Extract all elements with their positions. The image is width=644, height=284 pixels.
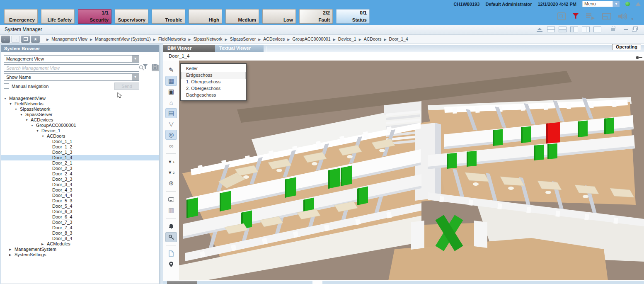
floor-menu-item[interactable]: 1. Obergeschoss	[182, 79, 245, 85]
tree-node[interactable]: Door_6_4	[1, 214, 159, 220]
target-circle-icon[interactable]: ◎	[166, 130, 177, 139]
back-button[interactable]: ←	[1, 36, 10, 43]
location-pin-icon[interactable]	[166, 260, 177, 269]
alarm-button[interactable]: 2/2 Fault	[299, 9, 333, 24]
collapse-panel-icon[interactable]	[537, 27, 543, 32]
badge-reader-icon[interactable]	[557, 12, 566, 20]
key-icon[interactable]	[166, 233, 177, 242]
home-icon[interactable]: ⌂	[166, 98, 177, 107]
filter-2-icon[interactable]: ▼2	[166, 168, 177, 177]
document-list-icon[interactable]: ▤	[166, 109, 177, 118]
forward-button[interactable]: →	[11, 36, 20, 43]
breadcrumb-item[interactable]: Management View	[51, 36, 87, 41]
tree-node[interactable]: Door_1_3	[1, 150, 159, 155]
breadcrumb-item[interactable]: SipassServer	[230, 36, 256, 41]
tree-node[interactable]: ▼ ManagementView	[1, 96, 159, 101]
tree-node[interactable]: Door_1_1	[1, 139, 159, 144]
viewer-tab[interactable]: BIM Viewer	[163, 45, 215, 52]
tree-node[interactable]: Door_7_3	[1, 220, 159, 225]
event-list-icon[interactable]	[586, 13, 596, 20]
tree-expander-icon[interactable]: ▼	[4, 96, 9, 101]
comment-bubble-icon[interactable]	[166, 195, 177, 204]
floor-menu-item[interactable]: Erdgeschoss	[182, 72, 245, 79]
tree-node[interactable]: ▼ ACDevices	[1, 117, 159, 123]
breadcrumb-item[interactable]: ACDevices	[263, 36, 285, 41]
menu-dropdown[interactable]: Menu ▼	[582, 1, 620, 7]
breadcrumb-item[interactable]: GroupACC0000001	[292, 36, 330, 41]
operating-mode-button[interactable]: Operating	[612, 44, 641, 50]
document-pdf-icon[interactable]	[166, 249, 177, 258]
tree-expander-icon[interactable]: ▼	[36, 128, 41, 134]
tree-expander-icon[interactable]: ▶	[41, 241, 47, 247]
tree-node[interactable]: Door_3_4	[1, 182, 159, 187]
filter-icon[interactable]	[142, 64, 148, 70]
chevron-down-icon[interactable]: ▼	[132, 74, 139, 80]
tree-node[interactable]: Door_2_4	[1, 171, 159, 177]
tree-node[interactable]: Door_8_3	[1, 231, 159, 236]
layout-left-icon[interactable]	[570, 27, 578, 32]
alarm-button[interactable]: Emergency	[4, 9, 38, 24]
floor-menu-item[interactable]: 2. Obergeschoss	[182, 85, 245, 92]
tree-node[interactable]: Door_4_3	[1, 187, 159, 193]
tree-node[interactable]: ▶ ACModules	[1, 241, 159, 247]
cone-view-icon[interactable]: ▽	[166, 119, 177, 129]
breadcrumb-item[interactable]: ACDoors	[364, 36, 382, 41]
filter-1-icon[interactable]: ▼1	[166, 157, 177, 166]
more-chevron-icon[interactable]: ▾	[631, 17, 633, 21]
tree-node[interactable]: ▼ SipassNetwork	[1, 107, 159, 112]
alarm-button[interactable]: High	[189, 9, 222, 24]
tree-node[interactable]: Door_7_4	[1, 225, 159, 231]
tree-expander-icon[interactable]: ▼	[20, 112, 25, 117]
pen-icon[interactable]: ✎	[166, 66, 177, 75]
alarm-button[interactable]: Trouble	[152, 9, 185, 24]
tree-node[interactable]: Door_4_4	[1, 193, 159, 198]
tree-expander-icon[interactable]: ▼	[41, 134, 47, 139]
tree-expander-icon[interactable]: ▶	[9, 252, 15, 257]
tree-node[interactable]: ▼ GroupACC0000001	[1, 123, 159, 128]
tree-node[interactable]: Door_2_1	[1, 160, 159, 166]
tree-node[interactable]: Door_1_4	[1, 155, 159, 160]
tree-node[interactable]: Door_6_3	[1, 209, 159, 214]
tree-expander-icon[interactable]: ▼	[15, 107, 20, 112]
alarm-button[interactable]: Low	[262, 9, 296, 24]
save-icon[interactable]	[152, 64, 158, 70]
menu-dropdown-value[interactable]: Menu	[582, 1, 613, 7]
zones-icon[interactable]: ⊛	[166, 179, 177, 188]
tree-node[interactable]: ▼ ACDoors	[1, 134, 159, 139]
tree-node[interactable]: ▼ FieldNetworks	[1, 101, 159, 107]
manual-navigation-checkbox[interactable]	[4, 83, 9, 89]
tree-expander-icon[interactable]: ▶	[9, 247, 15, 252]
tree-expander-icon[interactable]: ▼	[31, 123, 36, 128]
floorplan-grid-icon[interactable]: ▦	[166, 76, 177, 85]
alarm-button[interactable]: Life Safety	[41, 9, 75, 24]
tree-node[interactable]: Door_8_4	[1, 236, 159, 241]
breadcrumb-item[interactable]: FieldNetworks	[158, 36, 186, 41]
restore-icon[interactable]	[632, 28, 637, 32]
alarm-button[interactable]: 0/1 Status	[336, 9, 370, 24]
tree-node[interactable]: ▶ ManagementSystem	[1, 247, 159, 252]
tree-node[interactable]: ▼ SipassServer	[1, 112, 159, 117]
report-card-icon[interactable]: ▥	[166, 206, 177, 215]
tree-expander-icon[interactable]: ▼	[25, 117, 31, 123]
breadcrumb-item[interactable]: ManagementView (System1)	[95, 36, 151, 41]
linked-circles-icon[interactable]: ∞	[166, 141, 177, 150]
tree-node[interactable]: ▼ Device_1	[1, 128, 159, 134]
alarm-button[interactable]: Medium	[225, 9, 259, 24]
monitor-icon[interactable]: ▣	[166, 87, 177, 96]
collapse-up-icon[interactable]	[636, 2, 641, 6]
tree-node[interactable]: Door_3_3	[1, 177, 159, 182]
floor-menu-item[interactable]: Dachgeschoss	[182, 92, 245, 99]
frame-layout-icon[interactable]	[602, 13, 611, 19]
tree-node[interactable]: Door_5_4	[1, 204, 159, 209]
lock-icon[interactable]	[611, 28, 615, 31]
viewer-tab[interactable]: Textual Viewer	[215, 45, 264, 52]
alarm-button[interactable]: Supervisory	[115, 9, 148, 24]
chevron-down-icon[interactable]: ▼	[132, 56, 139, 62]
floor-menu-item[interactable]: Keller	[182, 66, 245, 72]
layout-split-icon[interactable]	[582, 27, 590, 32]
gallery-button[interactable]	[21, 36, 30, 43]
alarm-bell-icon[interactable]	[166, 222, 177, 231]
tree-node[interactable]: ▶ SystemSettings	[1, 252, 159, 257]
breadcrumb-item[interactable]: Door_1_4	[389, 36, 408, 41]
send-button[interactable]: Send	[114, 83, 139, 90]
